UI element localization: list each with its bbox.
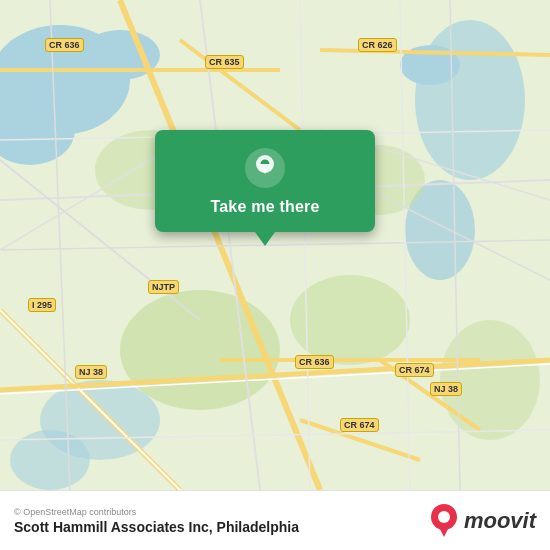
svg-point-4 bbox=[415, 20, 525, 180]
road-label-cr636-mid: CR 636 bbox=[295, 355, 334, 369]
map-attribution: © OpenStreetMap contributors bbox=[14, 507, 299, 517]
road-label-cr635: CR 635 bbox=[205, 55, 244, 69]
road-label-i295: I 295 bbox=[28, 298, 56, 312]
road-label-cr636-top: CR 636 bbox=[45, 38, 84, 52]
svg-point-10 bbox=[290, 275, 410, 365]
map-svg bbox=[0, 0, 550, 490]
moovit-brand-text: moovit bbox=[464, 508, 536, 534]
map-view: CR 636 CR 635 CR 626 CR 636 CR 674 CR 67… bbox=[0, 0, 550, 490]
road-label-njtp: NJTP bbox=[148, 280, 179, 294]
moovit-pin-icon bbox=[430, 503, 458, 539]
svg-point-9 bbox=[120, 290, 280, 410]
moovit-logo: moovit bbox=[430, 503, 536, 539]
popup-card: Take me there bbox=[155, 130, 375, 232]
location-info: © OpenStreetMap contributors Scott Hammi… bbox=[14, 507, 299, 535]
road-label-nj38-right: NJ 38 bbox=[430, 382, 462, 396]
location-name: Scott Hammill Associates Inc, Philadelph… bbox=[14, 519, 299, 535]
svg-marker-43 bbox=[437, 523, 451, 537]
location-pin-icon bbox=[245, 148, 285, 188]
road-label-cr674-left: CR 674 bbox=[395, 363, 434, 377]
road-label-nj38-left: NJ 38 bbox=[75, 365, 107, 379]
svg-point-44 bbox=[438, 511, 450, 523]
svg-point-11 bbox=[440, 320, 540, 440]
road-label-cr626: CR 626 bbox=[358, 38, 397, 52]
road-label-cr674-right: CR 674 bbox=[340, 418, 379, 432]
take-me-there-button[interactable]: Take me there bbox=[210, 198, 319, 216]
bottom-bar: © OpenStreetMap contributors Scott Hammi… bbox=[0, 490, 550, 550]
